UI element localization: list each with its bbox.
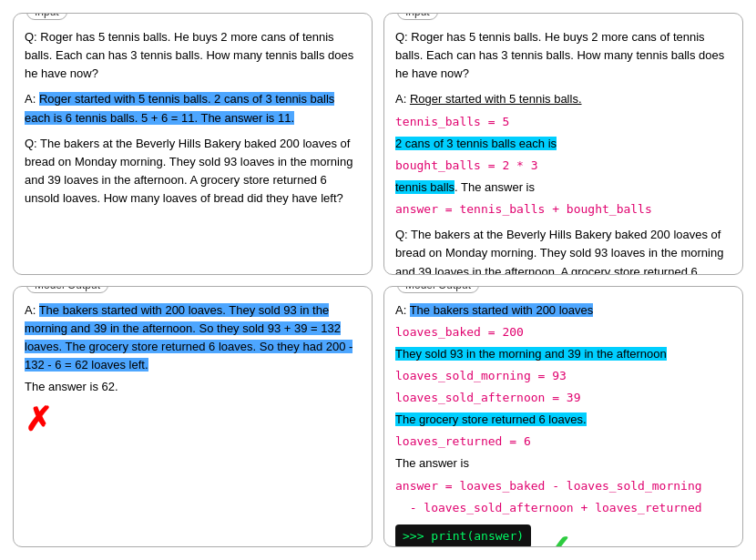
code-out-line1: loaves_baked = 200 xyxy=(395,323,731,341)
panel-content-top-left: Q: Roger has 5 tennis balls. He buys 2 m… xyxy=(25,28,361,208)
panel-top-right: Input Q: Roger has 5 tennis balls. He bu… xyxy=(383,13,743,275)
a1-text: A: Roger started with 5 tennis balls. 2 … xyxy=(25,90,361,127)
q2-block: Q: The bakers at the Beverly Hills Baker… xyxy=(25,135,361,209)
a-output-block: A: The bakers started with 200 loaves. T… xyxy=(25,301,361,397)
code-out-line3: loaves_sold_afternoon = 39 xyxy=(395,389,731,407)
bottom-bar-right: >>> print(answer) 74 ✓ xyxy=(395,524,731,547)
code-out-line2: loaves_sold_morning = 93 xyxy=(395,367,731,385)
a-output-answer: The answer is 62. xyxy=(25,378,361,396)
bottom-bar-left: ✗ xyxy=(25,403,361,436)
q1-text: Q: Roger has 5 tennis balls. He buys 2 m… xyxy=(25,28,361,83)
a-line1: A: The bakers started with 200 loaves xyxy=(395,301,731,320)
code-line1: tennis_balls = 5 xyxy=(395,113,731,131)
code-out-line5: answer = loaves_baked - loaves_sold_morn… xyxy=(395,477,731,495)
a1-code-block: A: Roger started with 5 tennis balls. te… xyxy=(395,90,731,219)
q2-text: Q: The bakers at the Beverly Hills Baker… xyxy=(25,135,361,209)
a1-hl-cyan: 2 cans of 3 tennis balls each is xyxy=(395,137,557,150)
a-line2: They sold 93 in the morning and 39 in th… xyxy=(395,345,731,363)
a1-line3: tennis balls. The answer is xyxy=(395,178,731,197)
q1-text-right: Q: Roger has 5 tennis balls. He buys 2 m… xyxy=(395,28,731,83)
panel-content-top-right: Q: Roger has 5 tennis balls. He buys 2 m… xyxy=(395,28,731,275)
q1-block: Q: Roger has 5 tennis balls. He buys 2 m… xyxy=(25,28,361,83)
code-out-line6: - loaves_sold_afternoon + loaves_returne… xyxy=(395,499,731,517)
panel-label-top-right: Input xyxy=(397,13,438,20)
a1-line2: 2 cans of 3 tennis balls each is xyxy=(395,135,731,153)
panel-top-left: Input Q: Roger has 5 tennis balls. He bu… xyxy=(13,13,373,275)
code-line3: answer = tennis_balls + bought_balls xyxy=(395,200,731,219)
a-hl1: The bakers started with 200 loaves xyxy=(410,303,594,317)
a1-hl-cyan2: tennis balls xyxy=(395,180,455,194)
a-output-text: A: The bakers started with 200 loaves. T… xyxy=(25,301,361,375)
a1-underline: Roger started with 5 tennis balls. xyxy=(410,92,582,106)
cross-icon: ✗ xyxy=(25,403,52,436)
panel-content-bottom-right: A: The bakers started with 200 loaves lo… xyxy=(395,301,731,548)
a-output-highlight: The bakers started with 200 loaves. They… xyxy=(25,303,352,372)
panel-bottom-left: Model Output A: The bakers started with … xyxy=(13,286,373,548)
a1-line1: A: Roger started with 5 tennis balls. xyxy=(395,90,731,108)
q1-block-right: Q: Roger has 5 tennis balls. He buys 2 m… xyxy=(395,28,731,83)
panel-label-bottom-right: Model Output xyxy=(397,286,479,293)
code-out-line4: loaves_returned = 6 xyxy=(395,433,731,451)
panel-bottom-right: Model Output A: The bakers started with … xyxy=(383,286,743,548)
a-line3: The grocery store returned 6 loaves. xyxy=(395,411,731,429)
q2-block-right: Q: The bakers at the Beverly Hills Baker… xyxy=(395,226,731,274)
panel-label-bottom-left: Model Output xyxy=(26,286,108,293)
code-line2: bought_balls = 2 * 3 xyxy=(395,157,731,175)
q2-text-right: Q: The bakers at the Beverly Hills Baker… xyxy=(395,226,731,274)
panel-content-bottom-left: A: The bakers started with 200 loaves. T… xyxy=(25,301,361,437)
panel-label-top-left: Input xyxy=(26,13,67,20)
print-output: >>> print(answer) 74 xyxy=(395,524,531,547)
a-line4: The answer is xyxy=(395,454,731,473)
a1-highlight: Roger started with 5 tennis balls. 2 can… xyxy=(25,92,334,124)
a1-block: A: Roger started with 5 tennis balls. 2 … xyxy=(25,90,361,127)
a-hl2: They sold 93 in the morning and 39 in th… xyxy=(395,347,667,361)
check-icon: ✓ xyxy=(542,530,573,547)
a-code-output-block: A: The bakers started with 200 loaves lo… xyxy=(395,301,731,517)
print-statement: >>> print(answer) xyxy=(395,524,531,547)
a-hl3: The grocery store returned 6 loaves. xyxy=(395,412,587,426)
